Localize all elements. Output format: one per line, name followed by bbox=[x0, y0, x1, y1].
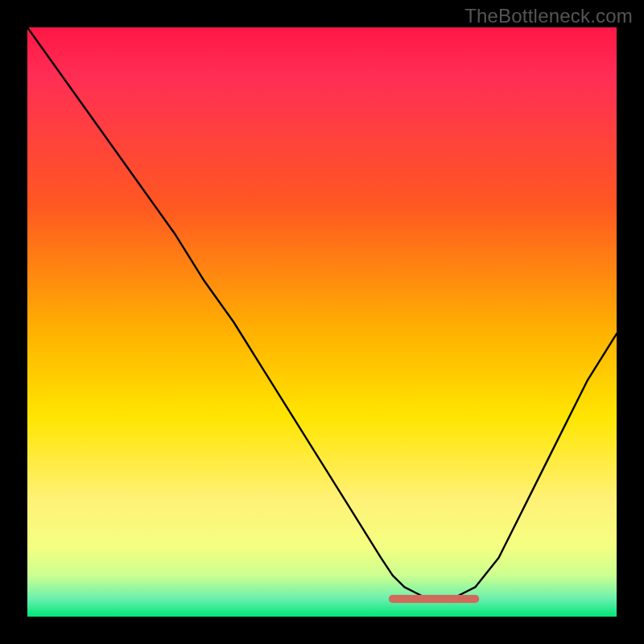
plot-area bbox=[27, 27, 617, 617]
curve-svg bbox=[27, 27, 617, 617]
bottleneck-curve bbox=[27, 27, 617, 599]
watermark-text: TheBottleneck.com bbox=[464, 5, 633, 27]
chart-frame: TheBottleneck.com bbox=[0, 0, 644, 644]
